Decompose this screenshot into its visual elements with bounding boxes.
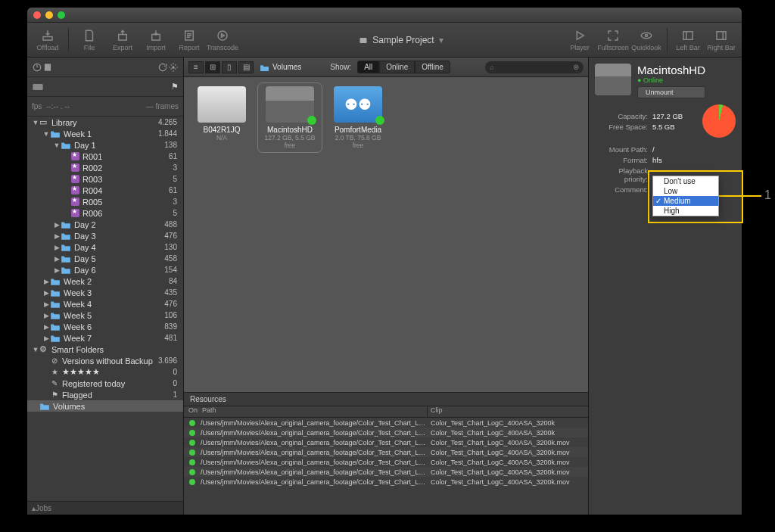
- rightbar-button[interactable]: Right Bar: [705, 25, 737, 55]
- library-tree[interactable]: ▼▭Library4.265▼Week 11.844▼Day 1138R0016…: [27, 117, 183, 501]
- tree-item[interactable]: ▼Week 11.844: [27, 128, 183, 139]
- tree-item[interactable]: ▶Week 7481: [27, 332, 183, 344]
- fullscreen-button[interactable]: Fullscreen: [597, 25, 629, 55]
- refresh-icon[interactable]: [157, 62, 168, 73]
- clear-icon[interactable]: ⊗: [573, 63, 579, 71]
- tree-item[interactable]: ⊘Versions without Backup3.696: [27, 355, 183, 366]
- resources-title: Resources: [184, 393, 588, 406]
- resource-row[interactable]: /Users/jmm/Movies/Alexa_original_camera_…: [184, 418, 588, 428]
- svg-rect-5: [360, 38, 367, 43]
- tree-item[interactable]: R0035: [27, 173, 183, 185]
- resource-row[interactable]: /Users/jmm/Movies/Alexa_original_camera_…: [184, 477, 588, 487]
- view-grid-icon[interactable]: ⊞: [205, 61, 220, 73]
- resources-rows[interactable]: /Users/jmm/Movies/Alexa_original_camera_…: [184, 418, 588, 515]
- tree-item[interactable]: Volumes: [27, 400, 183, 412]
- minimize-icon[interactable]: [45, 11, 53, 19]
- playback-priority-dropdown[interactable]: Don't useLowMediumHigh: [652, 176, 719, 216]
- titlebar: [27, 8, 742, 23]
- dropdown-option[interactable]: High: [653, 206, 718, 216]
- dropdown-option[interactable]: Medium: [653, 196, 718, 206]
- tree-item[interactable]: ▼▭Library4.265: [27, 117, 183, 128]
- tree-item[interactable]: ▶Day 5458: [27, 253, 183, 264]
- svg-rect-9: [717, 31, 726, 39]
- view-column-icon[interactable]: ▯: [222, 61, 237, 73]
- view-detail-icon[interactable]: ▤: [238, 61, 254, 73]
- tree-item[interactable]: ★★★★★★0: [27, 366, 183, 378]
- inspector: MacintoshHD ● Online Unmount Capacity:12…: [588, 58, 742, 515]
- tree-item[interactable]: ✎Registered today0: [27, 378, 183, 389]
- gear-icon[interactable]: [168, 62, 179, 73]
- tree-item[interactable]: ▼Day 1138: [27, 139, 183, 151]
- usage-pie-icon: [702, 104, 736, 138]
- search-icon: ⌕: [490, 63, 494, 71]
- tree-item[interactable]: R00461: [27, 185, 183, 196]
- search-input[interactable]: ⌕ ⊗: [485, 61, 584, 73]
- filter-offline[interactable]: Offline: [415, 61, 450, 73]
- file-button[interactable]: File: [73, 25, 105, 55]
- film-icon[interactable]: [42, 62, 53, 73]
- export-button[interactable]: Export: [107, 25, 139, 55]
- breadcrumb[interactable]: Volumes: [260, 63, 301, 71]
- volume-item[interactable]: B042R1JQN/A: [193, 86, 251, 142]
- tree-item[interactable]: ▶Week 6839: [27, 321, 183, 332]
- power-icon[interactable]: [32, 62, 42, 73]
- filter-all[interactable]: All: [357, 61, 379, 73]
- callout-number: 1: [764, 188, 771, 202]
- resource-row[interactable]: /Users/jmm/Movies/Alexa_original_camera_…: [184, 467, 588, 477]
- quicklook-button[interactable]: Quicklook: [630, 25, 662, 55]
- sidebar-top: [27, 58, 183, 77]
- show-label: Show:: [330, 63, 351, 71]
- close-icon[interactable]: [33, 11, 41, 19]
- svg-point-6: [641, 33, 652, 39]
- svg-point-4: [218, 31, 227, 40]
- tree-item[interactable]: ▶Day 2488: [27, 219, 183, 230]
- drive-image: [595, 64, 631, 95]
- app-window: Offload File Export Import Report Transc…: [27, 8, 742, 515]
- main-area: ≡ ⊞ ▯ ▤ Volumes Show: AllOnlineOffline ⌕…: [184, 58, 588, 515]
- tree-item[interactable]: ▶Week 4476: [27, 298, 183, 310]
- project-icon: [359, 36, 368, 45]
- project-title[interactable]: Sample Project ▾: [240, 35, 562, 45]
- resource-row[interactable]: /Users/jmm/Movies/Alexa_original_camera_…: [184, 447, 588, 457]
- chevron-down-icon: ▾: [439, 35, 444, 45]
- zoom-icon[interactable]: [58, 11, 65, 19]
- report-button[interactable]: Report: [173, 25, 205, 55]
- tree-item[interactable]: ▼⚙Smart Folders: [27, 344, 183, 355]
- volume-item[interactable]: ⚉⚉PomfortMedia2.0 TB, 75.8 GB free: [329, 86, 387, 149]
- volume-item[interactable]: MacintoshHD127.2 GB, 5.5 GB free: [261, 86, 319, 149]
- dropdown-option[interactable]: Low: [653, 186, 718, 196]
- resource-row[interactable]: /Users/jmm/Movies/Alexa_original_camera_…: [184, 428, 588, 437]
- tree-item[interactable]: R0065: [27, 207, 183, 219]
- sidebar: ⚑ fps --:-- . -- ― frames ▼▭Library4.265…: [27, 58, 184, 515]
- tree-item[interactable]: ▶Day 4130: [27, 241, 183, 253]
- tree-item[interactable]: ▶Day 6154: [27, 264, 183, 275]
- svg-rect-1: [119, 34, 127, 40]
- traffic-lights: [33, 11, 65, 19]
- tree-item[interactable]: R0053: [27, 196, 183, 207]
- offload-button[interactable]: Offload: [32, 25, 64, 55]
- svg-point-7: [646, 34, 648, 36]
- import-button[interactable]: Import: [140, 25, 172, 55]
- resource-row[interactable]: /Users/jmm/Movies/Alexa_original_camera_…: [184, 457, 588, 467]
- jobs-bar[interactable]: ▴ Jobs: [27, 501, 183, 515]
- fps-row: fps --:-- . -- ― frames: [27, 97, 183, 117]
- tree-item[interactable]: R00161: [27, 151, 183, 162]
- player-button[interactable]: Player: [564, 25, 596, 55]
- tree-item[interactable]: ▶Day 3476: [27, 230, 183, 241]
- tree-item[interactable]: R0023: [27, 162, 183, 173]
- filter-online[interactable]: Online: [379, 61, 415, 73]
- inspector-title: MacintoshHD: [637, 64, 705, 76]
- drive-row[interactable]: ⚑: [27, 77, 183, 97]
- transcode-button[interactable]: Transcode: [207, 25, 238, 55]
- status-badge: ● Online: [637, 76, 705, 84]
- view-list-icon[interactable]: ≡: [188, 61, 204, 73]
- unmount-button[interactable]: Unmount: [637, 86, 705, 98]
- tree-item[interactable]: ▶Week 284: [27, 275, 183, 287]
- dropdown-option[interactable]: Don't use: [653, 176, 718, 186]
- tree-item[interactable]: ⚑Flagged1: [27, 389, 183, 400]
- leftbar-button[interactable]: Left Bar: [672, 25, 704, 55]
- tree-item[interactable]: ▶Week 5106: [27, 310, 183, 321]
- folder-icon: [260, 64, 269, 71]
- tree-item[interactable]: ▶Week 3435: [27, 287, 183, 298]
- resource-row[interactable]: /Users/jmm/Movies/Alexa_original_camera_…: [184, 437, 588, 447]
